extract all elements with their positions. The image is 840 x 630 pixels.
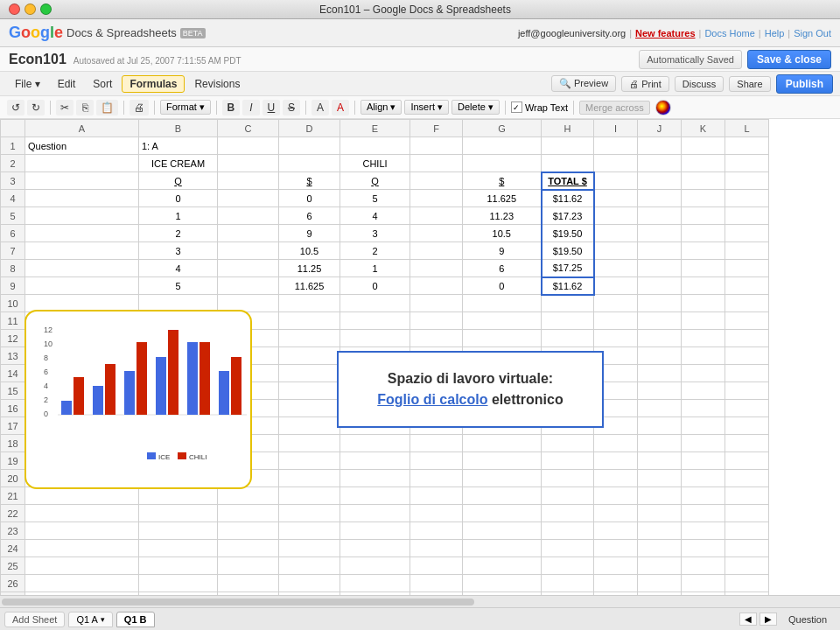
underline-button[interactable]: U xyxy=(262,100,280,116)
cell-G1[interactable] xyxy=(463,137,542,155)
sign-out-link[interactable]: Sign Out xyxy=(794,28,831,38)
cell-D6[interactable]: 9 xyxy=(279,225,340,242)
col-header-A[interactable]: A xyxy=(25,120,139,137)
col-header-I[interactable]: I xyxy=(594,120,638,137)
annotation-link[interactable]: Foglio di calcolo xyxy=(377,392,487,407)
cell-H4[interactable]: $11.62 xyxy=(542,190,594,207)
cell-L4[interactable] xyxy=(725,190,769,207)
cell-B2[interactable]: ICE CREAM xyxy=(139,155,218,172)
cell-L8[interactable] xyxy=(725,260,769,277)
paste-button[interactable]: 📋 xyxy=(96,100,118,116)
cut-button[interactable]: ✂ xyxy=(56,100,74,116)
cell-C7[interactable] xyxy=(218,242,279,260)
col-header-D[interactable]: D xyxy=(279,120,340,137)
cell-H7[interactable]: $19.50 xyxy=(542,242,594,260)
col-header-K[interactable]: K xyxy=(682,120,725,137)
new-features-link[interactable]: New features xyxy=(635,28,695,38)
cell-A1[interactable]: Question xyxy=(25,137,139,155)
cell-C1[interactable] xyxy=(218,137,279,155)
cell-I8[interactable] xyxy=(594,260,638,277)
cell-A5[interactable] xyxy=(25,207,139,225)
cell-C8[interactable] xyxy=(218,260,279,277)
undo-button[interactable]: ↺ xyxy=(7,100,24,116)
cell-F5[interactable] xyxy=(410,207,463,225)
cell-F6[interactable] xyxy=(410,225,463,242)
cell-J1[interactable] xyxy=(638,137,682,155)
cell-G9[interactable]: 0 xyxy=(463,277,542,295)
col-header-L[interactable]: L xyxy=(725,120,769,137)
preview-button[interactable]: 🔍 Preview xyxy=(551,75,616,92)
menu-edit[interactable]: Edit xyxy=(50,75,84,93)
cell-K7[interactable] xyxy=(682,242,725,260)
discuss-button[interactable]: Discuss xyxy=(675,76,724,92)
cell-F3[interactable] xyxy=(410,172,463,190)
cell-L6[interactable] xyxy=(725,225,769,242)
minimize-button[interactable] xyxy=(24,4,36,15)
menu-revisions[interactable]: Revisions xyxy=(186,75,248,93)
scrollbar-thumb-h[interactable] xyxy=(2,598,474,606)
strikethrough-button[interactable]: S xyxy=(283,100,300,116)
cell-B6[interactable]: 2 xyxy=(139,225,218,242)
cell-G7[interactable]: 9 xyxy=(463,242,542,260)
cell-C3[interactable] xyxy=(218,172,279,190)
cell-G4[interactable]: 11.625 xyxy=(463,190,542,207)
redo-button[interactable]: ↻ xyxy=(27,100,45,116)
cell-D3[interactable]: $ xyxy=(279,172,340,190)
color-wheel-icon[interactable] xyxy=(655,100,671,116)
cell-H8[interactable]: $17.25 xyxy=(542,260,594,277)
col-header-H[interactable]: H xyxy=(542,120,594,137)
cell-D8[interactable]: 11.25 xyxy=(279,260,340,277)
cell-B3[interactable]: Q xyxy=(139,172,218,190)
add-sheet-button[interactable]: Add Sheet xyxy=(4,612,65,627)
font-color-button[interactable]: A xyxy=(332,100,349,116)
bold-button[interactable]: B xyxy=(222,100,240,116)
cell-J5[interactable] xyxy=(638,207,682,225)
insert-dropdown[interactable]: Insert ▾ xyxy=(404,100,449,115)
cell-F4[interactable] xyxy=(410,190,463,207)
sheet-tab-q1b[interactable]: Q1 B xyxy=(116,612,155,627)
cell-J8[interactable] xyxy=(638,260,682,277)
cell-D5[interactable]: 6 xyxy=(279,207,340,225)
share-button[interactable]: Share xyxy=(729,76,770,92)
cell-E4[interactable]: 5 xyxy=(340,190,410,207)
cell-B4[interactable]: 0 xyxy=(139,190,218,207)
cell-I7[interactable] xyxy=(594,242,638,260)
cell-J3[interactable] xyxy=(638,172,682,190)
merge-across-button[interactable]: Merge across xyxy=(579,101,650,115)
cell-D2[interactable] xyxy=(279,155,340,172)
cell-L5[interactable] xyxy=(725,207,769,225)
cell-D7[interactable]: 10.5 xyxy=(279,242,340,260)
help-link[interactable]: Help xyxy=(765,28,785,38)
cell-L9[interactable] xyxy=(725,277,769,295)
cell-E8[interactable]: 1 xyxy=(340,260,410,277)
cell-A7[interactable] xyxy=(25,242,139,260)
cell-A8[interactable] xyxy=(25,260,139,277)
cell-J2[interactable] xyxy=(638,155,682,172)
cell-A6[interactable] xyxy=(25,225,139,242)
cell-K1[interactable] xyxy=(682,137,725,155)
col-header-J[interactable]: J xyxy=(638,120,682,137)
cell-D9[interactable]: 11.625 xyxy=(279,277,340,295)
cell-B1[interactable]: 1: A xyxy=(139,137,218,155)
cell-H1[interactable] xyxy=(542,137,594,155)
cell-B7[interactable]: 3 xyxy=(139,242,218,260)
cell-E2[interactable]: CHILI xyxy=(340,155,410,172)
cell-B9[interactable]: 5 xyxy=(139,277,218,295)
cell-E6[interactable]: 3 xyxy=(340,225,410,242)
cell-F2[interactable] xyxy=(410,155,463,172)
italic-button[interactable]: I xyxy=(242,100,260,116)
menu-formulas[interactable]: Formulas xyxy=(122,75,185,93)
col-header-F[interactable]: F xyxy=(410,120,463,137)
publish-button[interactable]: Publish xyxy=(776,74,833,94)
menu-file[interactable]: File ▾ xyxy=(7,75,48,93)
cell-E5[interactable]: 4 xyxy=(340,207,410,225)
cell-K2[interactable] xyxy=(682,155,725,172)
cell-E1[interactable] xyxy=(340,137,410,155)
cell-G6[interactable]: 10.5 xyxy=(463,225,542,242)
auto-saved-button[interactable]: Automatically Saved xyxy=(639,50,742,69)
cell-C4[interactable] xyxy=(218,190,279,207)
format-dropdown[interactable]: Format ▾ xyxy=(160,100,211,115)
copy-button[interactable]: ⎘ xyxy=(76,100,94,116)
cell-B8[interactable]: 4 xyxy=(139,260,218,277)
cell-L1[interactable] xyxy=(725,137,769,155)
